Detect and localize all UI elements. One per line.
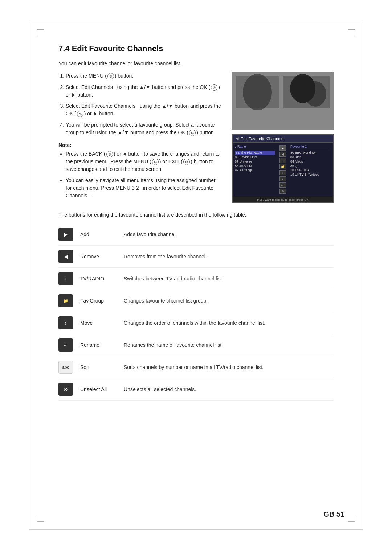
screen-remove-btn: ◀ — [279, 152, 286, 157]
screen-back-arrow: ◀ — [236, 136, 238, 141]
screen-left-title: ♪ Radio — [235, 145, 275, 149]
ok-icon-4: ⊙ — [189, 130, 196, 136]
btn-row-favgroup: 📁 Fav.Group Changes favourite channel li… — [58, 290, 334, 312]
screen-footer: If you want to select / release, press O… — [233, 197, 333, 202]
screen-move-btn: ↕ — [279, 170, 286, 175]
add-icon: ▶ — [58, 228, 73, 241]
screen-item: 80 BBC World Sv. — [290, 151, 331, 155]
step-4: You will be prompted to select a favouri… — [66, 121, 221, 136]
page-number: GB 51 — [323, 510, 344, 518]
ok-icon-3: ⊙ — [77, 111, 83, 117]
add-desc: Adds favourite channel. — [124, 231, 177, 237]
sort-icon: abc — [58, 361, 73, 374]
btn-row-remove: ◀ Remove Removes from the favourite chan… — [58, 246, 334, 268]
note-section: Note: Press the BACK (⊙) or button to sa… — [58, 142, 221, 200]
page-border: 7.4 Edit Favourite Channels You can edit… — [29, 22, 363, 530]
bottom-text: The buttons for editing the favourite ch… — [58, 212, 334, 218]
screen-item: 92 Kerrang! — [235, 168, 275, 172]
notes-list: Press the BACK (⊙) or button to save the… — [66, 150, 221, 200]
btn-row-rename: ✓ Rename Renames the name of favourite c… — [58, 334, 334, 356]
remove-icon: ◀ — [58, 250, 73, 263]
screen-item: 84 Magic — [290, 159, 331, 164]
screen-right-title: Favourite 1 — [290, 145, 331, 149]
screen-item: 88 JAZZFM — [235, 164, 275, 168]
menu-icon-1: ⊙ — [107, 73, 114, 79]
note-2: You can easily navigate all menu items u… — [66, 177, 221, 200]
screen-tvradio-btn: ♪ — [279, 158, 286, 163]
corner-bl — [37, 515, 44, 522]
corner-br — [348, 515, 355, 522]
screen-rename-btn: ✓ — [279, 176, 286, 181]
tvradio-label: TV/RADIO — [80, 276, 117, 282]
move-label: Move — [80, 320, 117, 326]
btn-row-sort: abc Sort Sorts channels by number or nam… — [58, 356, 334, 378]
steps-list: Press the MENU (⊙) button. Select Edit C… — [66, 72, 221, 136]
right-arrow-3 — [94, 112, 97, 116]
screen-title: Edit Favourite Channels — [241, 136, 283, 141]
page-title: 7.4 Edit Favourite Channels — [58, 44, 334, 53]
screen-item: 82 Smash Hits! — [235, 155, 275, 159]
right-arrow-2 — [72, 93, 75, 97]
left-arrow — [123, 152, 126, 156]
note-label: Note: — [58, 142, 221, 148]
screen-item: 86 Q — [290, 164, 331, 168]
tv-image-placeholder — [232, 72, 334, 130]
step-1: Press the MENU (⊙) button. — [66, 72, 221, 80]
step-2: Select Edit Channels using the ▲/▼ butto… — [66, 83, 221, 99]
screen-item: 18 The HITS — [290, 168, 331, 172]
corner-tl — [37, 29, 44, 37]
screen-header: ◀ Edit Favourite Channels — [233, 135, 333, 143]
btn-row-unselect: ⊗ Unselect All Unselects all selected ch… — [58, 378, 334, 401]
step-3: Select Edit Favourite Channels using the… — [66, 102, 221, 118]
screen-controls: ▶ ◀ ♪ 📁 ↕ ✓ ab ⊗ — [277, 144, 288, 195]
back-icon: ⊙ — [106, 151, 113, 157]
favgroup-icon: 📁 — [58, 294, 73, 307]
ok-icon-2: ⊙ — [211, 84, 217, 91]
screen-add-btn: ▶ — [279, 145, 286, 151]
sort-label: Sort — [80, 364, 117, 370]
buttons-table: ▶ Add Adds favourite channel. ◀ Remove R… — [58, 223, 334, 401]
screen-left-col: ♪ Radio 81 The Hits Radio 82 Smash Hits!… — [233, 144, 277, 195]
screen-favgrp-btn: 📁 — [279, 164, 286, 169]
rename-desc: Renames the name of favourite channel li… — [124, 342, 223, 348]
menu-icon-note: ⊙ — [152, 159, 159, 165]
unselect-desc: Unselects all selected channels. — [124, 386, 196, 392]
btn-row-add: ▶ Add Adds favourite channel. — [58, 223, 334, 246]
rename-icon: ✓ — [58, 338, 73, 352]
screen-body: ♪ Radio 81 The Hits Radio 82 Smash Hits!… — [233, 143, 333, 197]
favgroup-label: Fav.Group — [80, 298, 117, 304]
screen-right-col: Favourite 1 80 BBC World Sv. 83 Kiss 84 … — [288, 144, 333, 195]
content-layout: Press the MENU (⊙) button. Select Edit C… — [58, 72, 334, 203]
add-label: Add — [80, 231, 117, 237]
sort-desc: Sorts channels by number or name in all … — [124, 364, 264, 370]
btn-row-tvradio: ♪ TV/RADIO Switches between TV and radio… — [58, 268, 334, 290]
screen-mock: ◀ Edit Favourite Channels ♪ Radio 81 The… — [232, 134, 334, 203]
corner-tr — [348, 29, 355, 37]
move-icon: ↕ — [58, 316, 73, 329]
note-1: Press the BACK (⊙) or button to save the… — [66, 150, 221, 173]
image-area: ◀ Edit Favourite Channels ♪ Radio 81 The… — [232, 72, 334, 203]
rename-label: Rename — [80, 342, 117, 348]
svg-point-6 — [305, 81, 326, 107]
favgroup-desc: Changes favourite channel list group. — [124, 298, 208, 304]
tvradio-icon: ♪ — [58, 272, 73, 285]
screen-sort-btn: ab — [279, 182, 286, 188]
screen-item: 83 Kiss — [290, 155, 331, 159]
intro-text: You can edit favourite channel or favour… — [58, 61, 334, 66]
screen-unselect-btn: ⊗ — [279, 189, 286, 194]
screen-item: 81 The Hits Radio — [235, 151, 275, 155]
screen-item: 87 Universe — [235, 159, 275, 164]
remove-desc: Removes from the favourite channel. — [124, 254, 207, 259]
btn-row-move: ↕ Move Changes the order of channels wit… — [58, 312, 334, 334]
tv-svg — [232, 72, 334, 130]
instructions-section: Press the MENU (⊙) button. Select Edit C… — [58, 72, 221, 203]
exit-icon: ⊙ — [183, 159, 190, 165]
svg-point-4 — [243, 74, 272, 110]
unselect-label: Unselect All — [80, 386, 117, 392]
move-desc: Changes the order of channels within the… — [124, 320, 265, 326]
unselect-icon: ⊗ — [58, 383, 73, 396]
remove-label: Remove — [80, 254, 117, 259]
screen-item: 19 UKTV Br' Videos — [290, 172, 331, 177]
tvradio-desc: Switches between TV and radio channel li… — [124, 276, 223, 282]
